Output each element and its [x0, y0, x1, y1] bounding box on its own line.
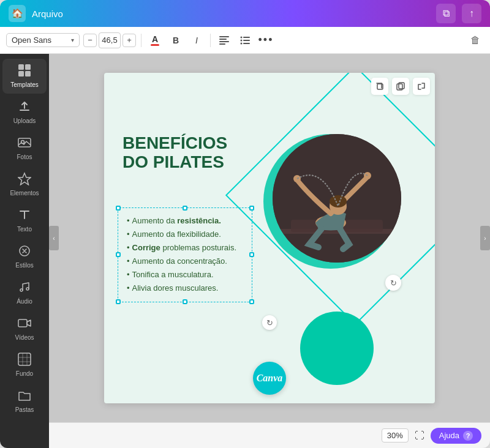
svg-marker-17 [18, 173, 31, 185]
more-options-button[interactable]: ••• [257, 32, 274, 49]
canvas-duplicate-btn[interactable] [371, 78, 388, 95]
sidebar-audio-label: Áudio [17, 298, 32, 305]
svg-point-8 [241, 42, 243, 44]
list-item-6: • Alivia dores musculares. [127, 282, 243, 295]
list-item-2: • Aumento da flexibilidade. [127, 228, 243, 241]
canvas-title-line1: BENEFÍCIOS [123, 134, 227, 153]
sidebar-item-texto[interactable]: Texto [2, 203, 47, 238]
handle-top-middle[interactable] [183, 206, 187, 211]
bold-button[interactable]: B [167, 32, 184, 49]
handle-top-right[interactable] [249, 206, 254, 211]
svg-rect-9 [243, 43, 250, 44]
canvas-area: ‹ › [49, 54, 490, 448]
svg-rect-2 [219, 41, 229, 42]
canvas-copy-btn[interactable] [392, 78, 409, 95]
svg-rect-10 [18, 64, 24, 70]
sidebar-item-uploads[interactable]: Uploads [2, 95, 47, 130]
help-label: Ajuda [439, 431, 459, 440]
handle-top-left[interactable] [116, 206, 121, 211]
uploads-icon [18, 100, 31, 115]
elementos-icon [18, 172, 31, 187]
zoom-level[interactable]: 30% [382, 428, 409, 442]
title-bar: 🏠 Arquivo ⧉ ↑ [0, 0, 490, 27]
pilates-image[interactable] [273, 134, 401, 263]
sidebar-item-videos[interactable]: Vídeos [2, 312, 47, 346]
templates-icon [18, 64, 31, 79]
decrease-font-button[interactable]: − [83, 34, 97, 47]
home-button[interactable]: 🏠 [9, 5, 26, 22]
canvas-scroll[interactable]: ‹ › [49, 54, 490, 422]
sidebar-item-fundo[interactable]: Fundo [2, 348, 47, 383]
handle-left-middle[interactable] [116, 252, 121, 257]
sidebar-elementos-label: Elementos [10, 190, 39, 197]
fundo-icon [18, 353, 31, 368]
svg-rect-0 [219, 36, 229, 37]
videos-icon [18, 316, 31, 332]
sidebar-pastas-label: Pastas [15, 406, 34, 414]
font-size-input[interactable] [99, 32, 121, 48]
sidebar-item-pastas[interactable]: Pastas [2, 384, 47, 419]
svg-rect-3 [219, 43, 225, 45]
svg-rect-22 [18, 353, 31, 365]
svg-rect-13 [25, 71, 31, 77]
help-button[interactable]: Ajuda ? [431, 428, 481, 444]
canvas-title-line2: DO PILATES [123, 153, 227, 172]
fullscreen-button[interactable]: ⛶ [415, 430, 424, 441]
list-item-1: • Aumento da resistência. [127, 214, 243, 228]
canvas-textbox[interactable]: • Aumento da resistência. • Aumento da f… [118, 207, 252, 302]
scroll-right-button[interactable]: › [480, 226, 490, 250]
sidebar-item-templates[interactable]: Templates [2, 59, 47, 94]
canvas-title: BENEFÍCIOS DO PILATES [123, 134, 227, 172]
title-bar-actions: ⧉ ↑ [436, 4, 481, 23]
help-question-icon: ? [463, 431, 473, 441]
duplicate-button[interactable]: ⧉ [436, 4, 456, 23]
sidebar-fundo-label: Fundo [16, 370, 33, 378]
toolbar: Open Sans ▾ − + A B I ••• 🗑 [0, 27, 490, 54]
list-item-3: • Corrige problemas posturais. [127, 241, 243, 255]
handle-right-middle[interactable] [249, 252, 254, 257]
list-item-4: • Aumento da concentração. [127, 255, 243, 268]
font-family-select[interactable]: Open Sans ▾ [6, 33, 80, 47]
sidebar-item-elementos[interactable]: Elementos [2, 167, 47, 202]
design-canvas: BENEFÍCIOS DO PILATES [104, 73, 435, 403]
svg-point-19 [20, 289, 23, 291]
svg-point-6 [241, 39, 243, 41]
sidebar-item-audio[interactable]: Áudio [2, 275, 47, 310]
sidebar-estilos-label: Estilos [15, 262, 33, 269]
list-button[interactable] [236, 32, 254, 49]
estilos-icon [18, 244, 31, 259]
delete-button[interactable]: 🗑 [467, 32, 484, 49]
list-item-5: • Tonifica a musculatura. [127, 268, 243, 282]
separator-1 [141, 34, 141, 47]
font-size-control: − + [83, 32, 136, 48]
svg-rect-14 [20, 110, 29, 111]
increase-font-button[interactable]: + [123, 34, 136, 47]
sidebar-item-fotos[interactable]: Fotos [2, 131, 47, 166]
sidebar-templates-label: Templates [10, 81, 39, 89]
sidebar-item-estilos[interactable]: Estilos [2, 239, 47, 274]
sidebar-fotos-label: Fotos [17, 154, 32, 161]
audio-icon [18, 280, 31, 296]
share-button[interactable]: ↑ [462, 4, 481, 23]
separator-2 [210, 34, 211, 47]
image-rotate-handle[interactable]: ↻ [385, 275, 401, 291]
svg-rect-12 [18, 71, 24, 77]
font-family-value: Open Sans [12, 35, 51, 45]
handle-bottom-right[interactable] [249, 299, 254, 304]
green-blob-bottom [300, 312, 374, 385]
canvas-expand-btn[interactable] [413, 78, 430, 95]
text-color-button[interactable]: A [146, 32, 164, 49]
svg-point-4 [241, 36, 243, 38]
sidebar-texto-label: Texto [17, 226, 32, 233]
svg-rect-7 [243, 40, 250, 41]
main-area: Templates Uploads Fotos Elementos [0, 54, 490, 448]
handle-bottom-middle[interactable] [183, 299, 187, 304]
align-button[interactable] [216, 32, 233, 49]
scroll-left-button[interactable]: ‹ [49, 226, 59, 250]
italic-button[interactable]: I [188, 32, 205, 49]
handle-bottom-left[interactable] [116, 299, 121, 304]
canvas-top-actions [371, 78, 430, 95]
textbox-rotate-handle[interactable]: ↻ [262, 315, 277, 330]
svg-rect-1 [219, 39, 227, 40]
sidebar: Templates Uploads Fotos Elementos [0, 54, 49, 448]
